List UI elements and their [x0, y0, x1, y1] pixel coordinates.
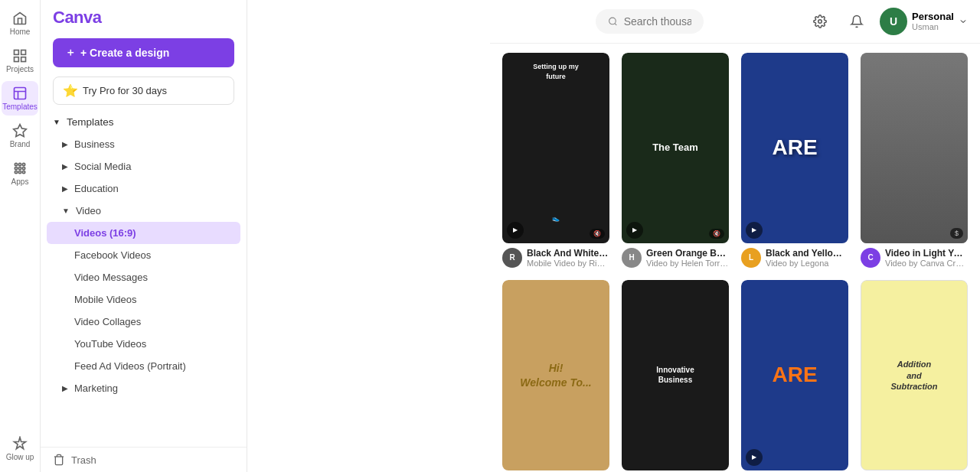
card-avatar: L: [741, 248, 761, 268]
projects-label: Projects: [6, 65, 34, 73]
nav-item-feed-ad-videos[interactable]: Feed Ad Videos (Portrait): [47, 355, 240, 377]
sidebar-item-apps[interactable]: Apps: [2, 156, 38, 190]
dollar-icon: $: [950, 228, 963, 239]
nav-item-facebook-videos[interactable]: Facebook Videos: [47, 244, 240, 266]
main-content: U Personal Usman Setting up myfuture 👟 ▶: [490, 0, 980, 472]
card-meta: R Black And White Minim... Mobile Video …: [502, 248, 609, 268]
card-meta: C Video in Light Yellow B... Video by Ca…: [861, 248, 968, 268]
nav-item-business[interactable]: ▶ Business: [47, 133, 240, 155]
svg-point-7: [18, 163, 21, 165]
template-card[interactable]: ARE ▶ L Black and Yellow Mode... Video b…: [741, 53, 848, 268]
template-card[interactable]: InnovativeBusiness F Black and White Sim…: [622, 280, 729, 472]
nav-item-templates[interactable]: ▼ Templates: [47, 111, 240, 133]
card-text: Green Orange Bold Bu... Video by Helen T…: [646, 248, 729, 268]
card-sub: Video by Helen Torreggiani: [646, 259, 729, 268]
card-sub: Mobile Video by Rise & Roa...: [527, 259, 609, 268]
template-grid: Setting up myfuture 👟 ▶ 🔇 R Black And Wh…: [502, 53, 968, 472]
card-title: Green Orange Bold Bu...: [646, 248, 729, 259]
glowup-label: Glow up: [6, 453, 34, 461]
card-title: Video in Light Yellow B...: [885, 248, 968, 259]
chevron-right-icon: ▶: [62, 140, 68, 148]
svg-point-9: [15, 167, 17, 169]
svg-rect-4: [15, 88, 26, 99]
sidebar: Canva ＋ + Create a design ⭐ Try Pro for …: [41, 0, 247, 472]
trash-icon: [53, 454, 65, 466]
nav-item-social-media[interactable]: ▶ Social Media: [47, 155, 240, 177]
nav-item-videos-16-9[interactable]: Videos (16:9): [47, 222, 240, 244]
svg-point-12: [15, 171, 17, 173]
nav-fav-label: Feed Ad Videos (Portrait): [74, 360, 186, 372]
sidebar-item-projects[interactable]: Projects: [2, 44, 38, 78]
trash-label: Trash: [71, 454, 96, 466]
sidebar-item-home[interactable]: Home: [2, 6, 38, 41]
svg-point-14: [22, 171, 24, 173]
nav-section: ▼ Templates ▶ Business ▶ Social Media ▶ …: [41, 111, 247, 399]
try-pro-label: Try Pro for 30 days: [83, 85, 167, 96]
card-text: Black and Yellow Mode... Video by Legona: [766, 248, 848, 268]
search-bar[interactable]: [596, 9, 704, 34]
template-card[interactable]: The Team ▶ 🔇 H Green Orange Bold Bu... V…: [622, 53, 729, 268]
user-dropdown[interactable]: U Personal Usman: [880, 8, 968, 35]
card-avatar: R: [502, 248, 522, 268]
home-label: Home: [10, 28, 31, 36]
card-text: Video in Light Yellow B... Video by Canv…: [885, 248, 968, 268]
template-card[interactable]: AdditionandSubtraction C Preschool Addit…: [861, 280, 968, 472]
sidebar-item-glowup[interactable]: Glow up: [2, 431, 38, 466]
nav-templates-label: Templates: [67, 116, 114, 128]
nav-item-mobile-videos[interactable]: Mobile Videos: [47, 288, 240, 311]
nav-vc-label: Video Collages: [74, 316, 141, 327]
brand-label: Brand: [10, 140, 31, 148]
nav-education-label: Education: [74, 183, 119, 194]
svg-point-13: [18, 171, 21, 173]
template-card[interactable]: $ C Video in Light Yellow B... Video by …: [861, 53, 968, 268]
card-sub: Video by Legona: [766, 259, 848, 268]
template-card[interactable]: Hi!Welcome To... F Yellow Black Retro Mi…: [502, 280, 609, 472]
nav-yt-label: YouTube Videos: [74, 338, 146, 350]
nav-item-marketing[interactable]: ▶ Marketing: [47, 377, 240, 399]
sidebar-item-templates-icon[interactable]: Templates: [2, 81, 38, 116]
plus-icon: ＋: [65, 46, 76, 60]
play-icon: ▶: [626, 222, 643, 239]
nav-social-label: Social Media: [74, 161, 131, 172]
chevron-down-icon: ▼: [53, 118, 60, 126]
play-icon: ▶: [746, 222, 763, 239]
svg-point-17: [818, 20, 822, 24]
notifications-button[interactable]: [843, 8, 871, 35]
top-bar: U Personal Usman: [490, 0, 980, 44]
nav-item-education[interactable]: ▶ Education: [47, 177, 240, 200]
template-card[interactable]: ARE ▶ C Blue and Orange Bold ... Video b…: [741, 280, 848, 472]
template-card[interactable]: Setting up myfuture 👟 ▶ 🔇 R Black And Wh…: [502, 53, 609, 268]
chevron-right-icon2: ▶: [62, 162, 68, 171]
sidebar-bottom: Trash: [41, 447, 247, 472]
card-text: Black And White Minim... Mobile Video by…: [527, 248, 609, 268]
search-input[interactable]: [624, 15, 692, 28]
templates-icon-label: Templates: [2, 103, 38, 111]
create-design-button[interactable]: ＋ + Create a design: [53, 38, 234, 67]
nav-item-video-messages[interactable]: Video Messages: [47, 266, 240, 288]
sidebar-item-brand[interactable]: Brand: [2, 119, 38, 153]
trash-button[interactable]: Trash: [41, 448, 247, 472]
nav-fb-label: Facebook Videos: [74, 249, 151, 261]
card-meta: H Green Orange Bold Bu... Video by Helen…: [622, 248, 729, 268]
search-icon: [608, 15, 618, 28]
nav-vm-label: Video Messages: [74, 272, 148, 283]
card-avatar: H: [622, 248, 642, 268]
card-title: Black And White Minim...: [527, 248, 609, 259]
settings-button[interactable]: [806, 8, 834, 35]
svg-rect-2: [15, 57, 19, 62]
nav-item-youtube-videos[interactable]: YouTube Videos: [47, 333, 240, 355]
try-pro-bar[interactable]: ⭐ Try Pro for 30 days: [53, 76, 234, 105]
chevron-down-icon: [959, 17, 968, 26]
svg-rect-3: [21, 57, 26, 62]
play-icon: ▶: [746, 449, 763, 466]
svg-marker-5: [14, 125, 27, 137]
nav-video-label: Video: [76, 205, 101, 216]
avatar: U: [880, 8, 907, 35]
nav-item-video[interactable]: ▼ Video: [47, 200, 240, 222]
nav-item-video-collages[interactable]: Video Collages: [47, 311, 240, 333]
svg-rect-0: [15, 50, 19, 55]
apps-label: Apps: [11, 177, 29, 186]
nav-videos-169-label: Videos (16:9): [74, 227, 136, 239]
create-design-label: + Create a design: [80, 47, 169, 59]
star-icon: ⭐: [63, 83, 78, 98]
